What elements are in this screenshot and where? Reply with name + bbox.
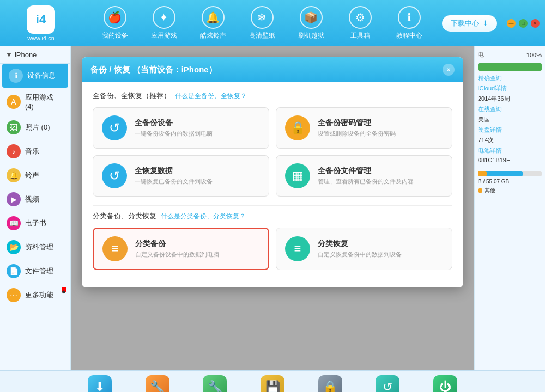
full-section-label: 全备份、全恢复（推荐） xyxy=(93,91,171,101)
video-icon: ▶ xyxy=(7,192,21,206)
cat-restore-card[interactable]: ≡ 分类恢复 自定义恢复备份中的数据到设备 xyxy=(276,228,452,270)
backup-file-mgr-card[interactable]: ▦ 全备份文件管理 管理、查看所有已备份的文件及内容 xyxy=(276,155,452,197)
cat-backup-cards: ≡ 分类备份 自定义备份设备中的数据到电脑 ≡ 分类恢复 自定义恢复备份中的 xyxy=(93,228,452,270)
disk-detail-link[interactable]: 硬盘详情 xyxy=(478,126,542,134)
sidebar-device-label: iPhone xyxy=(15,51,37,59)
cat-restore-content: 分类恢复 自定义恢复备份中的数据到设备 xyxy=(318,239,402,259)
minimize-button[interactable]: — xyxy=(507,19,516,28)
backup-icon: 💾 xyxy=(261,375,284,392)
backup-file-mgr-icon: ▦ xyxy=(285,163,310,188)
full-restore-card[interactable]: ↺ 全恢复数据 一键恢复已备份的文件到设备 xyxy=(93,155,269,197)
full-section-link[interactable]: 什么是全备份、全恢复？ xyxy=(175,91,247,101)
nav-apps[interactable]: ✦ 应用游戏 xyxy=(140,3,189,43)
full-backup-content: 全备份设备 一键备份设备内的数据到电脑 xyxy=(135,118,213,138)
nav-jailbreak[interactable]: 📦 刷机越狱 xyxy=(287,3,336,43)
cat-backup-title: 分类备份 xyxy=(135,239,219,249)
sidebar-item-data-mgr-label: 资料管理 xyxy=(25,242,53,252)
sidebar-item-data-mgr[interactable]: 📂 资料管理 xyxy=(0,235,70,259)
app-header: i4 www.i4.cn 🍎 我的设备 ✦ 应用游戏 🔔 酷炫铃声 ❄ 高清壁纸… xyxy=(0,0,545,46)
toolbar-install-app[interactable]: ⬇ 安装移动端 xyxy=(71,372,129,392)
sidebar-item-music[interactable]: ♪ 音乐 xyxy=(0,139,70,163)
main-area: ▼ iPhone ℹ 设备信息 A 应用游戏 (4) 🖼 照片 (0) ♪ 音乐… xyxy=(0,46,545,370)
nav-my-device[interactable]: 🍎 我的设备 xyxy=(90,3,140,43)
sidebar-item-ringtone[interactable]: 🔔 铃声 xyxy=(0,163,70,187)
toolbar-restart[interactable]: ↺ 重启设备 xyxy=(359,372,417,392)
nav-tools-label: 工具箱 xyxy=(350,31,370,40)
region-value: 美国 xyxy=(478,115,542,124)
sidebar-item-ebook[interactable]: 📖 电子书 xyxy=(0,211,70,235)
backup-file-mgr-content: 全备份文件管理 管理、查看所有已备份的文件及内容 xyxy=(318,166,414,186)
full-restore-title: 全恢复数据 xyxy=(135,166,213,176)
storage-value: B / 55.07 GB xyxy=(478,179,542,185)
full-restore-icon: ↺ xyxy=(102,163,127,188)
nav-tools-icon: ⚙ xyxy=(349,6,372,29)
cat-section-link[interactable]: 什么是分类备份、分类恢复？ xyxy=(161,212,246,221)
sidebar-item-file-mgr[interactable]: 📄 文件管理 xyxy=(0,259,70,283)
nav-wallpaper[interactable]: ❄ 高清壁纸 xyxy=(238,3,287,43)
cat-restore-icon: ≡ xyxy=(285,236,310,261)
sidebar-item-video[interactable]: ▶ 视频 xyxy=(0,187,70,211)
nav-tutorial-icon: ℹ xyxy=(398,6,421,29)
online-query-link[interactable]: 在线查询 xyxy=(478,105,542,113)
toolbar-shutdown[interactable]: ⏻ 关闭设备 xyxy=(416,372,474,392)
sidebar-item-apps[interactable]: A 应用游戏 (4) xyxy=(0,88,70,115)
full-restore-desc: 一键恢复已备份的文件到设备 xyxy=(135,177,213,186)
download-button[interactable]: 下载中心 ⬇ xyxy=(442,15,497,32)
cat-backup-content: 分类备份 自定义备份设备中的数据到电脑 xyxy=(135,239,219,259)
sidebar-item-file-mgr-label: 文件管理 xyxy=(25,266,53,276)
nav-jailbreak-label: 刷机越狱 xyxy=(298,31,324,40)
nav-ringtone[interactable]: 🔔 酷炫铃声 xyxy=(189,3,238,43)
section-divider xyxy=(93,205,452,206)
sidebar-device: ▼ iPhone xyxy=(0,46,70,64)
toolbar-backup[interactable]: 💾 备份 / 恢复 xyxy=(244,372,301,392)
full-backup-card[interactable]: ↺ 全备份设备 一键备份设备内的数据到电脑 xyxy=(93,107,269,149)
sidebar-item-more-label: 更多功能 xyxy=(25,290,53,300)
full-backup-cards: ↺ 全备份设备 一键备份设备内的数据到电脑 🔒 全备份密码管理 设置或删除 xyxy=(93,107,452,197)
modal-title: 备份 / 恢复 （当前设备：iPhone） xyxy=(90,65,217,75)
nav-jailbreak-icon: 📦 xyxy=(300,6,323,29)
apps-icon: A xyxy=(7,95,21,109)
icloud-detail-link[interactable]: iCloud详情 xyxy=(478,84,542,93)
sidebar-item-device-info[interactable]: ℹ 设备信息 xyxy=(2,64,68,88)
shutdown-icon: ⏻ xyxy=(433,375,457,392)
nav-tutorial-label: 教程中心 xyxy=(396,31,422,40)
maximize-button[interactable]: □ xyxy=(519,19,528,28)
fix-app-icon: 🔧 xyxy=(203,375,227,392)
file-mgr-icon: 📄 xyxy=(7,264,21,278)
cat-restore-title: 分类恢复 xyxy=(318,239,402,249)
toolbar-disable-update[interactable]: 🔒 关闭 iOS 更新 xyxy=(301,372,359,392)
cat-backup-desc: 自定义备份设备中的数据到电脑 xyxy=(135,250,219,259)
battery-label: 电 xyxy=(478,51,484,59)
nav-ringtone-label: 酷炫铃声 xyxy=(200,31,226,40)
sidebar-item-more[interactable]: ⋯ 更多功能 ● xyxy=(0,283,70,307)
sidebar-item-photos[interactable]: 🖼 照片 (0) xyxy=(0,115,70,139)
modal-overlay: 备份 / 恢复 （当前设备：iPhone） × 全备份、全恢复（推荐） 什么是全… xyxy=(71,46,474,370)
battery-bar xyxy=(478,63,542,71)
backup-file-mgr-title: 全备份文件管理 xyxy=(318,166,414,176)
ebook-icon: 📖 xyxy=(7,216,21,230)
battery-detail-link[interactable]: 电池详情 xyxy=(478,146,542,155)
modal-close-button[interactable]: × xyxy=(443,64,455,76)
bottom-toolbar: ⬇ 安装移动端 🔧 修复游戏闪退 🔧 修复应用弹窗 💾 备份 / 恢复 🔒 关闭… xyxy=(0,370,545,392)
other-legend-dot xyxy=(478,188,482,193)
backup-pwd-card[interactable]: 🔒 全备份密码管理 设置或删除设备的全备份密码 xyxy=(276,107,452,149)
data-mgr-icon: 📂 xyxy=(7,240,21,254)
fix-crash-icon: 🔧 xyxy=(146,375,169,392)
backup-file-mgr-desc: 管理、查看所有已备份的文件及内容 xyxy=(318,177,414,186)
device-info-icon: ℹ xyxy=(9,69,23,83)
full-backup-icon: ↺ xyxy=(102,115,127,140)
nav-tools[interactable]: ⚙ 工具箱 xyxy=(336,3,385,43)
music-icon: ♪ xyxy=(7,144,21,158)
nav-bar: 🍎 我的设备 ✦ 应用游戏 🔔 酷炫铃声 ❄ 高清壁纸 📦 刷机越狱 ⚙ 工具箱… xyxy=(82,3,442,43)
sidebar-arrow-icon: ▼ xyxy=(5,51,13,59)
precise-query-link[interactable]: 精确查询 xyxy=(478,74,542,82)
nav-my-device-label: 我的设备 xyxy=(102,31,128,40)
nav-tutorial[interactable]: ℹ 教程中心 xyxy=(385,3,434,43)
backup-pwd-icon: 🔒 xyxy=(285,115,310,140)
cat-backup-card[interactable]: ≡ 分类备份 自定义备份设备中的数据到电脑 xyxy=(93,228,269,270)
toolbar-fix-app[interactable]: 🔧 修复应用弹窗 xyxy=(186,372,244,392)
modal-header: 备份 / 恢复 （当前设备：iPhone） × xyxy=(82,57,463,82)
close-button[interactable]: ✕ xyxy=(531,19,540,28)
toolbar-fix-crash[interactable]: 🔧 修复游戏闪退 xyxy=(129,372,186,392)
full-section-header: 全备份、全恢复（推荐） 什么是全备份、全恢复？ xyxy=(93,91,452,101)
